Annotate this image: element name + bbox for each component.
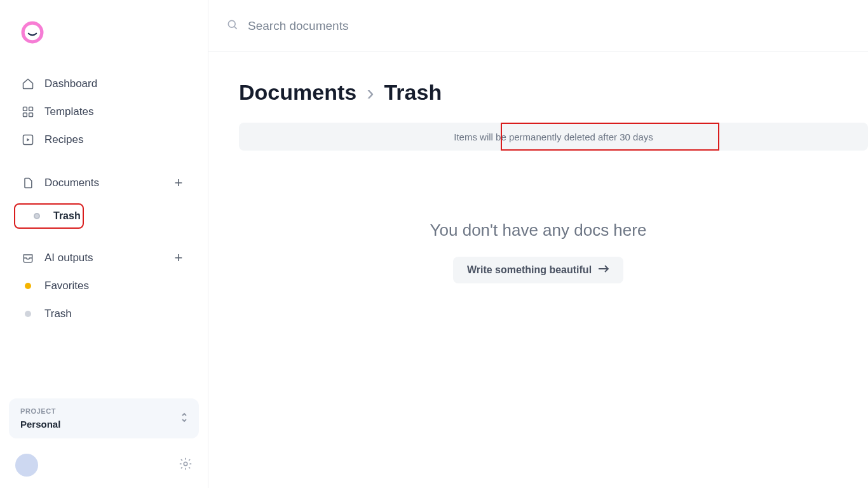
sidebar-item-documents[interactable]: Documents + xyxy=(9,169,199,197)
sidebar-item-label: AI outputs xyxy=(44,252,161,264)
dot-icon xyxy=(22,308,34,320)
sidebar-item-favorites[interactable]: Favorites xyxy=(9,272,199,300)
sidebar: Dashboard Templates Recipes Documents + xyxy=(0,0,208,488)
avatar[interactable] xyxy=(15,454,38,477)
info-banner: Items will be permanently deleted after … xyxy=(239,123,868,151)
highlight-box xyxy=(501,123,719,151)
sidebar-item-documents-trash[interactable]: Trash xyxy=(14,203,84,229)
sidebar-item-label: Favorites xyxy=(44,280,186,292)
main: Documents › Trash Items will be permanen… xyxy=(208,0,868,488)
svg-rect-3 xyxy=(24,113,27,117)
grid-icon xyxy=(22,105,34,118)
write-button[interactable]: Write something beautiful xyxy=(453,257,623,283)
sidebar-item-label: Documents xyxy=(44,177,161,189)
empty-state: You don't have any docs here Write somet… xyxy=(208,220,868,283)
nav-documents-children: Trash xyxy=(9,203,199,229)
circle-icon xyxy=(31,210,43,222)
project-caption: PROJECT xyxy=(20,407,187,415)
gear-icon[interactable] xyxy=(179,457,193,473)
svg-rect-4 xyxy=(29,113,33,117)
search-icon xyxy=(226,18,239,34)
play-square-icon xyxy=(22,133,34,146)
breadcrumb-current: Trash xyxy=(384,80,442,105)
file-icon xyxy=(22,177,34,189)
sidebar-footer xyxy=(9,454,199,477)
sidebar-item-label: Recipes xyxy=(44,133,186,146)
sidebar-item-dashboard[interactable]: Dashboard xyxy=(9,70,199,98)
svg-rect-2 xyxy=(29,107,33,111)
nav-documents-group: Documents + xyxy=(9,169,199,197)
search-input[interactable] xyxy=(248,19,850,33)
nav-outputs-group: AI outputs + Favorites Trash xyxy=(9,244,199,328)
svg-point-0 xyxy=(23,23,42,42)
svg-rect-1 xyxy=(24,107,27,111)
sidebar-item-ai-outputs[interactable]: AI outputs + xyxy=(9,244,199,272)
sidebar-item-recipes[interactable]: Recipes xyxy=(9,126,199,154)
dot-icon xyxy=(22,280,34,292)
sidebar-item-templates[interactable]: Templates xyxy=(9,98,199,126)
sidebar-item-label: Trash xyxy=(44,308,186,320)
project-switcher[interactable]: PROJECT Personal xyxy=(9,398,199,438)
sidebar-item-label: Dashboard xyxy=(44,78,186,90)
project-name: Personal xyxy=(20,419,187,430)
inbox-icon xyxy=(22,252,34,264)
search-bar xyxy=(208,0,868,52)
svg-point-6 xyxy=(184,462,187,466)
breadcrumb: Documents › Trash xyxy=(208,80,868,105)
nav-primary: Dashboard Templates Recipes xyxy=(9,70,199,154)
chevron-up-down-icon xyxy=(180,412,189,426)
chevron-right-icon: › xyxy=(367,80,374,105)
add-output-button[interactable]: + xyxy=(171,250,186,266)
content: Documents › Trash Items will be permanen… xyxy=(208,52,868,283)
app-logo[interactable] xyxy=(19,19,46,46)
sidebar-item-outputs-trash[interactable]: Trash xyxy=(9,300,199,328)
arrow-right-icon xyxy=(598,264,609,276)
sidebar-item-label: Templates xyxy=(44,105,186,118)
home-icon xyxy=(22,78,34,90)
write-button-label: Write something beautiful xyxy=(467,264,592,276)
svg-point-7 xyxy=(228,20,235,27)
empty-message: You don't have any docs here xyxy=(208,220,868,240)
sidebar-item-label: Trash xyxy=(53,210,81,222)
breadcrumb-root[interactable]: Documents xyxy=(239,80,356,105)
add-document-button[interactable]: + xyxy=(171,175,186,191)
